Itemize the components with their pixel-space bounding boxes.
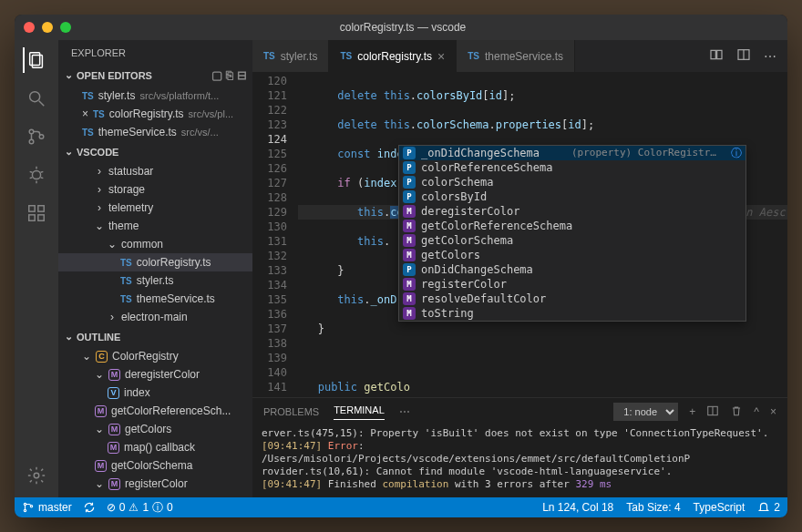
compare-icon[interactable] (709, 47, 724, 65)
open-editor-item[interactable]: TS themeService.ts src/vs/... (58, 123, 252, 141)
outline-item[interactable]: ⌄CColorRegistry (58, 347, 252, 365)
svg-point-26 (24, 509, 26, 511)
info-icon[interactable]: ⓘ (731, 146, 742, 160)
folder-section[interactable]: ⌄ VSCODE (58, 143, 252, 160)
folder-item[interactable]: ›telemetry (58, 199, 252, 217)
file-item[interactable]: TSthemeService.ts (58, 290, 252, 308)
debug-icon[interactable] (24, 162, 49, 188)
scm-icon[interactable] (24, 124, 49, 149)
more-icon[interactable]: ⋯ (764, 49, 776, 64)
svg-rect-15 (29, 215, 35, 220)
new-terminal-icon[interactable]: + (689, 405, 695, 418)
open-editors-section[interactable]: ⌄ OPEN EDITORS ▢ ⎘ ⊟ (58, 66, 252, 85)
method-icon: M (403, 249, 416, 261)
close-all-icon[interactable]: ⊟ (237, 68, 247, 82)
property-icon: P (403, 176, 416, 189)
explorer-icon[interactable] (23, 47, 48, 73)
file-item[interactable]: TScolorRegistry.ts (58, 253, 252, 271)
method-icon: M (95, 460, 107, 472)
method-icon: M (403, 234, 416, 247)
extensions-icon[interactable] (24, 200, 49, 226)
editor-tab[interactable]: TSthemeService.ts (457, 40, 575, 72)
method-icon: M (403, 220, 416, 232)
close-icon[interactable]: × (437, 49, 445, 64)
zoom-window-icon[interactable] (60, 22, 71, 33)
open-editor-item[interactable]: TS styler.ts src/vs/platform/t... (58, 87, 252, 105)
suggest-item[interactable]: MresolveDefaultColor (399, 292, 745, 306)
svg-line-9 (30, 171, 33, 172)
sidebar-title: EXPLORER (58, 40, 252, 66)
outline-item[interactable]: Mmap() callback (58, 438, 252, 456)
folder-item[interactable]: ›storage (58, 180, 252, 199)
suggest-item[interactable]: MtoString (399, 306, 745, 321)
svg-line-10 (41, 171, 44, 172)
ts-file-icon: TS (340, 51, 352, 61)
suggest-widget[interactable]: P_onDidChangeSchema(property) ColorRegis… (398, 145, 746, 322)
search-icon[interactable] (24, 86, 49, 111)
outline-item[interactable]: ⌄MgetColors (58, 420, 252, 438)
close-icon[interactable]: × (82, 107, 88, 120)
method-icon: M (403, 307, 416, 320)
outline-item[interactable]: MgetColorReferenceSch... (58, 402, 252, 420)
suggest-item[interactable]: MgetColors (399, 248, 745, 262)
suggest-item[interactable]: MgetColorReferenceSchema (399, 219, 745, 233)
language-mode[interactable]: TypeScript (694, 501, 745, 514)
branch-indicator[interactable]: master (22, 501, 72, 514)
ts-file-icon: TS (120, 258, 132, 268)
property-icon: P (403, 147, 416, 159)
maximize-panel-icon[interactable]: ^ (754, 405, 759, 418)
suggest-item[interactable]: P_onDidChangeSchema(property) ColorRegis… (399, 146, 745, 160)
more-icon[interactable]: ⋯ (399, 405, 410, 418)
method-icon: M (95, 405, 107, 417)
svg-point-27 (30, 506, 32, 507)
file-tree: ›statusbar ›storage ›telemetry ⌄theme ⌄c… (58, 160, 252, 328)
variable-icon: V (108, 387, 119, 399)
split-editor-icon[interactable] (736, 47, 751, 65)
suggest-item[interactable]: MderegisterColor (399, 204, 745, 219)
suggest-item[interactable]: PcolorSchema (399, 175, 745, 189)
kill-terminal-icon[interactable] (730, 404, 743, 420)
outline-section[interactable]: ⌄ OUTLINE (58, 328, 252, 345)
folder-item[interactable]: ›electron-main (58, 308, 252, 326)
svg-point-2 (30, 92, 40, 102)
new-file-icon[interactable]: ▢ (211, 68, 222, 82)
open-editors-list: TS styler.ts src/vs/platform/t... × TS c… (58, 85, 252, 143)
ts-file-icon: TS (93, 109, 105, 119)
problems-indicator[interactable]: ⊘0 ⚠1 ⓘ0 (107, 500, 173, 516)
suggest-item[interactable]: MregisterColor (399, 277, 745, 292)
folder-item[interactable]: ›statusbar (58, 162, 252, 180)
split-terminal-icon[interactable] (706, 404, 719, 420)
code-editor[interactable]: delete this.colorsById[id]; delete this.… (298, 72, 787, 397)
method-icon: M (108, 424, 120, 435)
suggest-item[interactable]: MgetColorSchema (399, 233, 745, 248)
editor-tab[interactable]: TScolorRegistry.ts× (329, 40, 457, 72)
cursor-position[interactable]: Ln 124, Col 18 (542, 501, 613, 514)
outline-item[interactable]: ⌄MderegisterColor (58, 365, 252, 384)
tab-size[interactable]: Tab Size: 4 (626, 501, 680, 514)
problems-tab[interactable]: PROBLEMS (263, 406, 319, 417)
save-all-icon[interactable]: ⎘ (226, 68, 233, 82)
settings-gear-icon[interactable] (24, 463, 49, 488)
svg-point-25 (24, 503, 26, 505)
close-panel-icon[interactable]: × (770, 405, 776, 418)
folder-item[interactable]: ⌄theme (58, 217, 252, 235)
suggest-item[interactable]: PcolorsById (399, 189, 745, 204)
terminal-output[interactable]: erver.ts(475,15): Property 'isBuilt' doe… (252, 425, 787, 497)
sync-icon[interactable] (83, 501, 96, 514)
open-editor-item[interactable]: × TS colorRegistry.ts src/vs/pl... (58, 105, 252, 123)
file-item[interactable]: TSstyler.ts (58, 271, 252, 290)
editor-tab[interactable]: TSstyler.ts (252, 40, 329, 72)
outline-item[interactable]: Vindex (58, 384, 252, 402)
folder-item[interactable]: ⌄common (58, 235, 252, 253)
suggest-item[interactable]: PonDidChangeSchema (399, 262, 745, 277)
suggest-item[interactable]: PcolorReferenceSchema (399, 160, 745, 175)
notifications-icon[interactable]: 2 (757, 501, 780, 514)
outline-item[interactable]: MgetColorSchema (58, 456, 252, 475)
terminal-selector[interactable]: 1: node (613, 403, 678, 421)
minimize-window-icon[interactable] (42, 22, 53, 33)
outline-item[interactable]: ⌄MregisterColor (58, 475, 252, 493)
svg-rect-20 (717, 50, 722, 58)
ts-file-icon: TS (82, 91, 94, 101)
close-window-icon[interactable] (24, 22, 35, 33)
terminal-tab[interactable]: TERMINAL (334, 404, 385, 420)
